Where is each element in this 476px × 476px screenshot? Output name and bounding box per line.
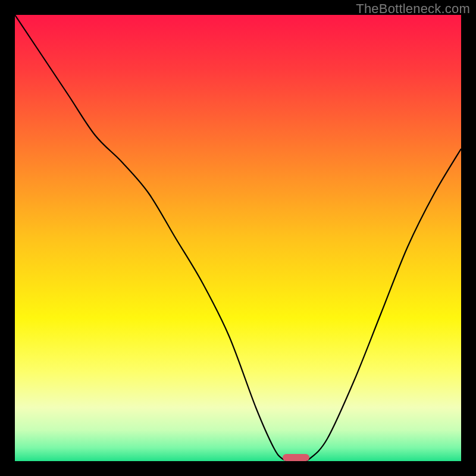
bottleneck-curve (15, 15, 461, 461)
optimal-marker (283, 454, 309, 461)
plot-area (15, 15, 461, 461)
watermark-text: TheBottleneck.com (356, 1, 470, 17)
chart-frame: TheBottleneck.com (0, 0, 476, 476)
